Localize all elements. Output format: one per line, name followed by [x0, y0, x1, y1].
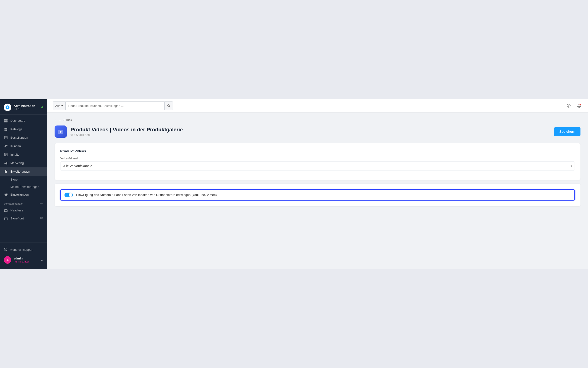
page-header: Produkt Videos | Videos in der Produktga…	[54, 126, 580, 138]
sidebar-item-kunden[interactable]: Kunden	[0, 142, 47, 150]
back-link[interactable]: ← Zurück	[59, 118, 72, 122]
add-channel-icon[interactable]	[40, 202, 43, 206]
verkaufskanal-select[interactable]: Alle Verkaufskanäle Headless Storefront	[60, 162, 575, 170]
sidebar: Administration 6.4.20.0 Dashboard Katalo…	[0, 99, 47, 269]
save-button[interactable]: Speichern	[554, 127, 580, 136]
svg-point-23	[167, 105, 169, 106]
svg-rect-9	[4, 136, 7, 139]
sidebar-item-erweiterungen[interactable]: Erweiterungen	[0, 167, 47, 176]
sidebar-item-kataloge[interactable]: Kataloge	[0, 125, 47, 133]
page-subtitle: von Studio Sehl	[70, 133, 550, 137]
sidebar-item-meine-erweiterungen[interactable]: Meine Erweiterungen	[0, 183, 47, 191]
section-title: Produkt Videos	[60, 149, 575, 153]
svg-point-13	[6, 145, 8, 146]
page-title: Produkt Videos | Videos in der Produktga…	[70, 127, 550, 133]
select-wrap: Alle Verkaufskanäle Headless Storefront …	[60, 162, 575, 170]
sidebar-item-label: Kunden	[10, 144, 21, 148]
search-button[interactable]	[164, 101, 173, 110]
svg-point-21	[41, 218, 42, 219]
svg-rect-19	[4, 218, 7, 220]
sidebar-item-label: Marketing	[10, 161, 24, 165]
app-logo	[4, 104, 11, 111]
headless-icon	[4, 208, 8, 213]
brand-version: 6.4.20.0	[14, 108, 39, 110]
svg-rect-4	[6, 121, 8, 122]
collapse-label: Menü einklappen	[10, 248, 33, 251]
sidebar-item-bestellungen[interactable]: Bestellungen	[0, 133, 47, 142]
marketing-icon	[4, 161, 8, 165]
sidebar-item-marketing[interactable]: Marketing	[0, 159, 47, 167]
extensions-icon	[4, 170, 8, 174]
user-info: admin Administrator	[14, 257, 38, 263]
catalog-icon	[4, 127, 8, 131]
brand-name: Administration	[14, 104, 39, 108]
toggle-card: Einwilligung des Nutzers für das Laden v…	[54, 184, 580, 206]
user-profile[interactable]: A admin Administrator ▲	[0, 254, 47, 266]
status-dot	[41, 106, 43, 108]
chevron-down-icon: ▾	[61, 104, 63, 108]
sidebar-item-label: Bestellungen	[10, 136, 28, 139]
sidebar-item-store[interactable]: Store	[0, 176, 47, 183]
svg-point-27	[579, 104, 581, 105]
sales-channels-title: Verkaufskanäle	[4, 202, 23, 205]
sidebar-footer: Menü einklappen A admin Administrator ▲	[0, 242, 47, 269]
sales-channels-section: Verkaufskanäle	[0, 199, 47, 206]
sidebar-sub-label: Store	[10, 178, 18, 181]
breadcrumb: ← ← Zurück	[54, 118, 580, 122]
eye-icon	[40, 216, 43, 220]
storefront-icon	[4, 216, 8, 221]
search-filter-dropdown[interactable]: Alle ▾	[53, 101, 173, 110]
toggle-label: Einwilligung des Nutzers für das Laden v…	[76, 193, 217, 197]
page-header-text: Produkt Videos | Videos in der Produktga…	[70, 127, 550, 137]
sidebar-sub-label: Meine Erweiterungen	[10, 185, 39, 189]
svg-rect-1	[4, 119, 6, 120]
main-content: Alle ▾	[47, 99, 588, 269]
back-arrow-icon: ←	[54, 118, 57, 121]
verkaufskanal-group: Verkaufskanal Alle Verkaufskanäle Headle…	[60, 157, 575, 170]
svg-point-26	[569, 107, 569, 107]
sidebar-item-inhalte[interactable]: Inhalte	[0, 150, 47, 159]
plugin-icon	[54, 126, 67, 138]
sidebar-item-label: Erweiterungen	[10, 170, 30, 173]
sidebar-item-label: Inhalte	[10, 153, 19, 156]
search-input[interactable]	[68, 104, 162, 108]
notifications-icon[interactable]	[576, 102, 582, 109]
orders-icon	[4, 136, 8, 140]
svg-rect-5	[4, 128, 6, 129]
toggle-item: Einwilligung des Nutzers für das Laden v…	[60, 189, 575, 201]
sidebar-item-label: Dashboard	[10, 119, 26, 122]
svg-rect-7	[4, 129, 6, 131]
svg-rect-3	[4, 121, 6, 122]
produkt-videos-card: Produkt Videos Verkaufskanal Alle Verkau…	[54, 143, 580, 180]
sidebar-item-einstellungen[interactable]: Einstellungen	[0, 191, 47, 199]
content-icon	[4, 153, 8, 157]
sidebar-item-storefront[interactable]: Storefront	[0, 214, 47, 222]
help-icon[interactable]	[565, 102, 572, 109]
svg-line-24	[169, 106, 170, 107]
sidebar-item-dashboard[interactable]: Dashboard	[0, 117, 47, 125]
user-role: Administrator	[14, 260, 38, 263]
sidebar-nav: Dashboard Kataloge Bestellungen	[0, 115, 47, 242]
consent-toggle[interactable]	[64, 193, 73, 197]
sidebar-item-headless[interactable]: Headless	[0, 206, 47, 214]
storefront-label: Storefront	[10, 217, 24, 220]
svg-rect-6	[6, 128, 7, 129]
search-filter-button[interactable]: Alle ▾	[53, 102, 66, 110]
headless-label: Headless	[10, 209, 23, 212]
collapse-menu-item[interactable]: Menü einklappen	[0, 246, 47, 254]
page-content: ← ← Zurück Produkt Videos | Videos in de…	[47, 112, 588, 269]
avatar: A	[4, 256, 11, 264]
clock-icon	[4, 248, 8, 252]
sidebar-item-label: Einstellungen	[10, 193, 29, 196]
svg-rect-8	[6, 129, 7, 131]
sidebar-item-label: Kataloge	[10, 127, 22, 131]
svg-rect-2	[6, 119, 8, 120]
search-icon	[167, 104, 170, 107]
search-input-wrap	[66, 104, 164, 108]
top-bar: Alle ▾	[47, 99, 588, 112]
filter-label: Alle	[55, 104, 61, 108]
dashboard-icon	[4, 119, 8, 123]
svg-rect-18	[4, 210, 7, 212]
customers-icon	[4, 144, 8, 148]
form-label: Verkaufskanal	[60, 157, 575, 160]
